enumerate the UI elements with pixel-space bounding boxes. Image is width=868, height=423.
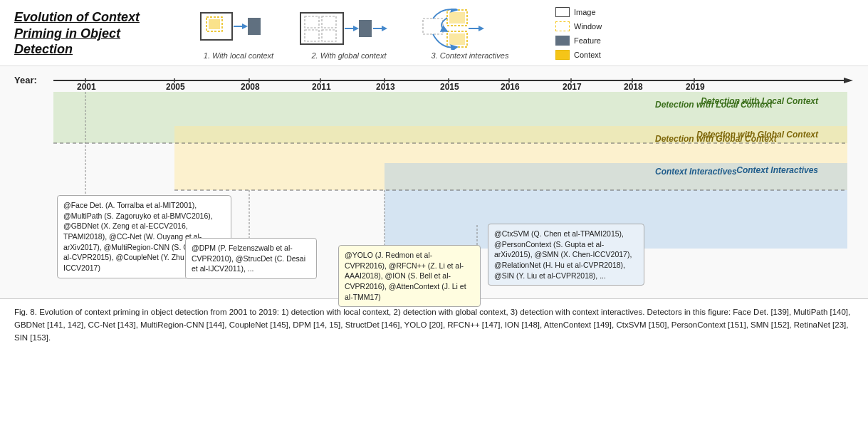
annotation-box-4: @CtxSVM (Q. Chen et al-TPAMI2015), @Pers…: [488, 224, 644, 286]
diagram-interactive-svg: [420, 9, 520, 50]
legend-window-label: Window: [574, 22, 602, 31]
legend-block: Image Window Feature Context: [555, 7, 602, 60]
annotation-text-2: @DPM (P. Felzenszwalb et al-CVPR2010), @…: [192, 244, 305, 273]
svg-rect-20: [449, 33, 465, 45]
diagram-global: 2. With global context: [299, 10, 399, 60]
legend-feature-label: Feature: [574, 36, 601, 45]
svg-text:2011: 2011: [312, 82, 331, 90]
diagram-local-svg: [199, 10, 278, 48]
band-label-interactive: Context Interactives: [736, 165, 818, 175]
legend-feature: Feature: [555, 36, 602, 46]
svg-text:Context Interactives: Context Interactives: [655, 167, 737, 177]
svg-text:2005: 2005: [166, 82, 185, 90]
annotation-box-3: @YOLO (J. Redmon et al-CVPR2016), @RFCN+…: [338, 245, 481, 307]
svg-rect-18: [449, 12, 465, 24]
legend-image-icon: [555, 7, 570, 17]
legend-window-icon: [555, 21, 570, 31]
svg-rect-2: [209, 19, 220, 29]
svg-text:2018: 2018: [624, 82, 643, 90]
year-axis: Year: 2001 2005 2008 2011 2013 2015 2016: [14, 70, 854, 90]
svg-marker-12: [353, 26, 359, 31]
svg-text:2017: 2017: [563, 82, 582, 90]
diagram-global-svg: [299, 10, 399, 48]
svg-rect-5: [248, 18, 261, 35]
bands-container: Detection with Local Context Detection w…: [14, 92, 854, 298]
band-label-global: Detection with Global Context: [696, 130, 818, 140]
header-section: Evolution of Context Priming in Object D…: [0, 0, 868, 66]
svg-text:2013: 2013: [376, 82, 395, 90]
year-axis-svg: Year: 2001 2005 2008 2011 2013 2015 2016: [14, 70, 854, 90]
annotation-box-2: @DPM (P. Felzenszwalb et al-CVPR2010), @…: [185, 238, 317, 279]
svg-text:2015: 2015: [440, 82, 459, 90]
diagram-local-label: 1. With local context: [204, 51, 273, 60]
legend-context: Context: [555, 50, 602, 60]
svg-marker-23: [479, 26, 484, 31]
timeline-section: Year: 2001 2005 2008 2011 2013 2015 2016: [0, 66, 868, 298]
svg-text:2019: 2019: [686, 82, 705, 90]
svg-marker-15: [382, 26, 387, 31]
title-block: Evolution of Context Priming in Object D…: [14, 9, 178, 58]
svg-text:2001: 2001: [77, 82, 96, 90]
diagram-local: 1. With local context: [199, 10, 278, 60]
diagram-interactive-label: 3. Context interactives: [432, 51, 509, 60]
svg-text:2008: 2008: [241, 82, 260, 90]
svg-marker-4: [242, 24, 248, 29]
annotation-text-3: @YOLO (J. Redmon et al-CVPR2016), @RFCN+…: [345, 251, 466, 301]
svg-rect-16: [423, 19, 443, 34]
legend-window: Window: [555, 21, 602, 31]
diagram-global-label: 2. With global context: [311, 51, 386, 60]
legend-context-icon: [555, 50, 570, 60]
legend-context-label: Context: [574, 51, 601, 59]
diagram-local-visual: [199, 10, 278, 48]
svg-rect-13: [359, 20, 372, 37]
diagram-interactive-visual: [420, 10, 520, 48]
legend-image: Image: [555, 7, 602, 17]
annotation-text-4: @CtxSVM (Q. Chen et al-TPAMI2015), @Pers…: [494, 229, 632, 280]
caption-text: Fig. 8. Evolution of context priming in …: [14, 308, 850, 342]
diagrams-block: 1. With local context: [199, 7, 854, 60]
main-title: Evolution of Context Priming in Object D…: [14, 9, 178, 58]
legend-feature-icon: [555, 36, 570, 46]
svg-marker-25: [844, 78, 853, 83]
band-label-local: Detection with Local Context: [701, 96, 818, 106]
svg-text:2016: 2016: [501, 82, 520, 90]
svg-text:Year:: Year:: [14, 75, 37, 85]
diagram-interactive: 3. Context interactives: [420, 10, 520, 60]
legend-image-label: Image: [574, 8, 596, 16]
diagram-global-visual: [299, 10, 399, 48]
